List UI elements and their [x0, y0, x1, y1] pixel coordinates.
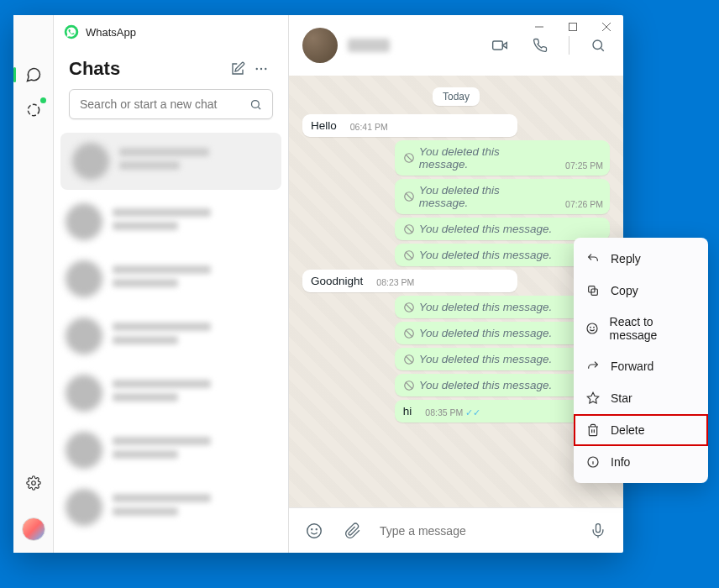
chat-row[interactable]: [54, 365, 288, 422]
maximize-button[interactable]: [556, 15, 590, 39]
message-text: You deleted this message.: [403, 249, 552, 261]
composer: [289, 507, 623, 553]
message-text: You deleted this message.: [403, 379, 552, 391]
chat-list: [54, 129, 288, 553]
info-icon: [585, 454, 601, 470]
cm-delete[interactable]: Delete: [574, 414, 708, 446]
contact-avatar[interactable]: [302, 28, 338, 63]
svg-point-24: [587, 323, 597, 333]
cm-label: Delete: [611, 423, 644, 437]
cm-label: Forward: [611, 360, 653, 373]
cm-label: Star: [611, 391, 632, 405]
svg-point-18: [307, 523, 322, 538]
video-call-icon[interactable]: [488, 34, 512, 57]
nav-chats-icon[interactable]: [21, 62, 46, 87]
message-text: You deleted this message.: [403, 353, 552, 365]
message-time: 08:23 PM: [376, 277, 414, 287]
svg-rect-7: [569, 24, 577, 31]
message-text: You deleted this message.: [403, 327, 552, 339]
search-box[interactable]: [69, 89, 273, 119]
cm-react[interactable]: React to message: [574, 307, 708, 350]
cm-copy[interactable]: Copy: [574, 275, 708, 307]
message-time: 08:35 PM✓✓: [425, 407, 480, 417]
message-text: You deleted this message.: [403, 184, 552, 209]
app-name: WhatsApp: [86, 26, 136, 39]
more-icon[interactable]: [249, 57, 273, 81]
settings-icon[interactable]: [21, 470, 46, 496]
svg-point-20: [316, 528, 317, 529]
close-button[interactable]: [590, 15, 623, 39]
svg-point-0: [28, 104, 39, 115]
chat-row[interactable]: [54, 193, 288, 250]
cm-label: Reply: [611, 252, 641, 265]
svg-point-9: [593, 40, 602, 50]
message-in[interactable]: Goodnight08:23 PM: [302, 270, 517, 292]
message-out[interactable]: You deleted this message.07:25 PM: [395, 140, 610, 176]
copy-icon: [585, 283, 601, 298]
message-out[interactable]: You deleted this message.: [395, 218, 610, 240]
forward-icon: [585, 359, 601, 374]
smile-icon: [585, 321, 600, 336]
message-time: 07:25 PM: [565, 160, 603, 171]
context-menu: Reply Copy React to message Forward Star…: [574, 238, 708, 483]
cm-reply[interactable]: Reply: [574, 243, 708, 275]
cm-label: Copy: [611, 284, 638, 297]
message-time: 06:41 PM: [350, 122, 388, 132]
svg-point-6: [252, 100, 260, 108]
nav-rail: [13, 15, 54, 553]
titlebar: WhatsApp: [54, 15, 288, 49]
cm-forward[interactable]: Forward: [574, 350, 708, 382]
chat-row[interactable]: [54, 307, 288, 365]
message-text: hi: [403, 405, 412, 417]
svg-point-19: [312, 528, 312, 529]
message-out[interactable]: You deleted this message.07:26 PM: [395, 179, 610, 214]
message-text: Goodnight: [311, 275, 363, 287]
svg-point-1: [31, 481, 35, 486]
svg-rect-21: [596, 523, 601, 532]
contact-name[interactable]: [348, 39, 390, 52]
svg-point-5: [265, 68, 266, 70]
cm-star[interactable]: Star: [574, 382, 708, 414]
search-icon: [249, 98, 262, 111]
svg-rect-8: [493, 41, 503, 50]
window-controls: [522, 15, 623, 39]
nav-status-icon[interactable]: [21, 97, 46, 123]
trash-icon: [585, 423, 601, 438]
chat-row[interactable]: [60, 133, 281, 190]
search-input[interactable]: [80, 97, 249, 111]
date-chip: Today: [433, 87, 480, 106]
message-input[interactable]: [380, 524, 571, 538]
message-text: You deleted this message.: [403, 223, 552, 235]
svg-point-4: [260, 68, 262, 70]
message-time: 07:26 PM: [565, 199, 603, 209]
cm-label: React to message: [610, 315, 696, 342]
chats-title: Chats: [69, 58, 226, 80]
reply-icon: [585, 251, 601, 266]
chat-list-pane: WhatsApp Chats: [54, 15, 289, 553]
message-text: Hello: [311, 119, 337, 132]
svg-point-3: [256, 68, 258, 70]
chat-row[interactable]: [54, 422, 288, 479]
emoji-icon[interactable]: [302, 519, 326, 543]
whatsapp-window: WhatsApp Chats: [13, 15, 623, 553]
whatsapp-logo-icon: [64, 24, 79, 39]
svg-point-26: [594, 327, 595, 328]
new-chat-icon[interactable]: [226, 57, 249, 81]
message-in[interactable]: Hello06:41 PM: [302, 114, 517, 137]
mic-icon[interactable]: [586, 519, 610, 543]
chat-row[interactable]: [54, 479, 288, 536]
chats-header: Chats: [54, 49, 288, 89]
cm-info[interactable]: Info: [574, 446, 708, 478]
minimize-button[interactable]: [522, 15, 556, 39]
message-text: You deleted this message.: [403, 145, 552, 171]
chat-row[interactable]: [54, 250, 288, 307]
message-text: You deleted this message.: [403, 301, 552, 313]
self-avatar[interactable]: [22, 517, 45, 541]
divider: [569, 36, 569, 55]
star-icon: [585, 391, 601, 406]
svg-point-25: [590, 327, 591, 328]
attach-icon[interactable]: [341, 519, 365, 543]
cm-label: Info: [611, 455, 630, 469]
